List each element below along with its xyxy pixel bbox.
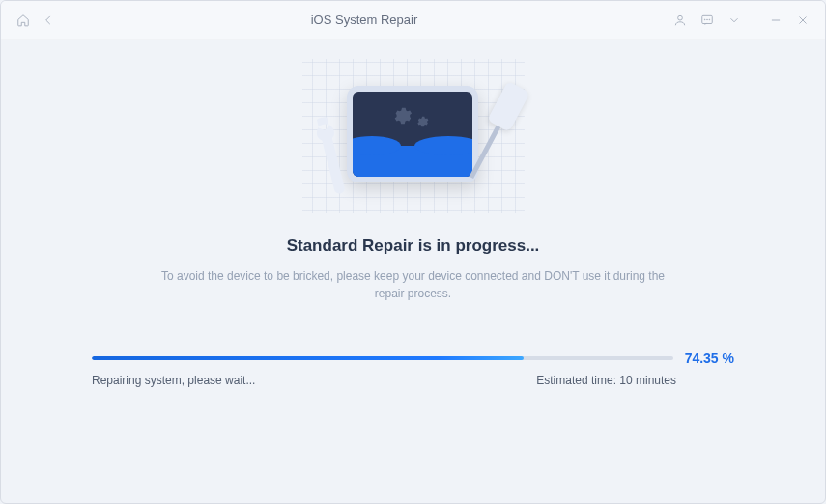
chevron-down-icon[interactable] xyxy=(726,12,743,29)
gears-icon xyxy=(391,105,429,128)
feedback-icon[interactable] xyxy=(698,12,716,29)
content-area: Standard Repair is in progress... To avo… xyxy=(1,40,825,503)
titlebar: iOS System Repair xyxy=(1,1,825,40)
user-icon[interactable] xyxy=(671,12,689,29)
home-icon[interactable] xyxy=(14,12,32,29)
progress-status-text: Repairing system, please wait... xyxy=(92,374,255,387)
progress-fill xyxy=(92,356,524,360)
progress-subtext: To avoid the device to be bricked, pleas… xyxy=(153,267,674,302)
progress-percent: 74.35 % xyxy=(685,350,734,366)
close-icon[interactable] xyxy=(794,12,812,29)
back-icon[interactable] xyxy=(40,12,57,29)
separator xyxy=(755,14,755,27)
progress-eta-text: Estimated time: 10 minutes xyxy=(536,374,676,387)
minimize-icon[interactable] xyxy=(767,12,784,29)
repair-illustration xyxy=(302,59,525,213)
progress-heading: Standard Repair is in progress... xyxy=(287,237,540,256)
window-title: iOS System Repair xyxy=(57,13,671,27)
svg-point-4 xyxy=(709,19,710,20)
svg-point-2 xyxy=(704,19,705,20)
svg-point-0 xyxy=(678,15,683,20)
svg-point-3 xyxy=(707,19,708,20)
progress-bar xyxy=(92,356,673,360)
